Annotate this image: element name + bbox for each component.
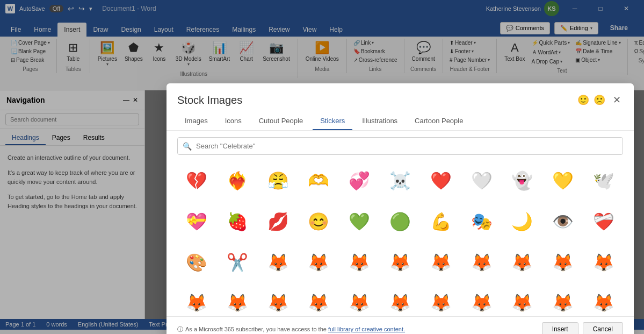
sticker-item[interactable]: 💞 xyxy=(340,161,379,200)
sticker-item[interactable]: 🍓 xyxy=(218,202,257,241)
sticker-item[interactable]: 🦊 xyxy=(422,283,460,316)
info-icon: ⓘ xyxy=(177,325,183,333)
sticker-item[interactable]: 😊 xyxy=(299,202,338,241)
modal-tab-cartoon-people[interactable]: Cartoon People xyxy=(407,112,471,130)
sticker-item[interactable]: ✂️ xyxy=(218,243,257,282)
sticker-item[interactable]: 💝 xyxy=(177,202,216,241)
smile-icon: 🙂 xyxy=(577,94,589,106)
search-icon: 🔍 xyxy=(183,142,192,151)
modal-tabs: Images Icons Cutout People Stickers Illu… xyxy=(167,108,634,131)
sticker-item[interactable]: 🦊 xyxy=(544,283,582,316)
sticker-item[interactable]: ❤️ xyxy=(422,161,460,200)
sticker-item[interactable]: 🎨 xyxy=(177,243,216,282)
sticker-item[interactable]: 🦊 xyxy=(503,283,542,316)
modal-tab-images[interactable]: Images xyxy=(177,112,215,130)
modal-search-wrap: 🔍 xyxy=(177,137,623,155)
sticker-item[interactable]: 🦊 xyxy=(544,243,582,282)
sticker-item[interactable]: 🦊 xyxy=(177,283,216,316)
sticker-item[interactable]: 👻 xyxy=(503,161,542,200)
sticker-item[interactable]: 🦊 xyxy=(462,283,501,316)
modal-footer-info: ⓘ As a Microsoft 365 subscriber, you hav… xyxy=(177,325,405,333)
modal-footer-buttons: Insert Cancel xyxy=(542,322,623,334)
sticker-item[interactable]: 🤍 xyxy=(462,161,501,200)
sticker-item[interactable]: 🕊️ xyxy=(584,161,623,200)
sticker-item[interactable]: 🦊 xyxy=(340,283,379,316)
modal-close-button[interactable]: ✕ xyxy=(611,92,623,108)
stock-images-modal: Stock Images 🙂 🙁 ✕ Images Icons Cutout P… xyxy=(167,83,634,334)
sticker-item[interactable]: 💚 xyxy=(340,202,379,241)
sticker-item[interactable]: 🎭 xyxy=(462,202,501,241)
sticker-item[interactable]: ❤️‍🔥 xyxy=(218,161,257,200)
modal-tab-stickers[interactable]: Stickers xyxy=(313,112,352,130)
sticker-item[interactable]: 👁️ xyxy=(544,202,582,241)
modal-header-right: 🙂 🙁 ✕ xyxy=(577,92,623,108)
sticker-item[interactable]: 🦊 xyxy=(422,243,460,282)
sad-icon: 🙁 xyxy=(594,94,605,106)
sticker-item[interactable]: 🦊 xyxy=(259,283,298,316)
modal-title: Stock Images xyxy=(177,94,242,106)
modal-tab-illustrations[interactable]: Illustrations xyxy=(354,112,405,130)
sticker-item[interactable]: 🦊 xyxy=(584,243,623,282)
modal-tab-cutout-people[interactable]: Cutout People xyxy=(251,112,310,130)
sticker-item[interactable]: 🦊 xyxy=(503,243,542,282)
insert-button[interactable]: Insert xyxy=(542,322,578,334)
sticker-item[interactable]: 🦊 xyxy=(584,283,623,316)
sticker-item[interactable]: 🦊 xyxy=(462,243,501,282)
sticker-item[interactable]: 🌙 xyxy=(503,202,542,241)
sticker-item[interactable]: 💋 xyxy=(259,202,298,241)
cancel-button[interactable]: Cancel xyxy=(583,322,623,334)
modal-footer: ⓘ As a Microsoft 365 subscriber, you hav… xyxy=(167,316,634,334)
sticker-item[interactable]: 💔 xyxy=(177,161,216,200)
sticker-item[interactable]: 🦊 xyxy=(381,243,419,282)
footer-link[interactable]: full library of creative content. xyxy=(328,326,405,332)
modal-header: Stock Images 🙂 🙁 ✕ xyxy=(167,83,634,108)
sticker-item[interactable]: 🦊 xyxy=(299,243,338,282)
sticker-search-input[interactable] xyxy=(177,137,623,155)
footer-info-text: As a Microsoft 365 subscriber, you have … xyxy=(185,326,405,332)
sticker-item[interactable]: 🦊 xyxy=(259,243,298,282)
modal-overlay: Stock Images 🙂 🙁 ✕ Images Icons Cutout P… xyxy=(0,0,644,334)
sticker-item[interactable]: 💛 xyxy=(544,161,582,200)
modal-search-area: 🔍 xyxy=(167,131,634,159)
sticker-item[interactable]: 🫶 xyxy=(299,161,338,200)
sticker-grid: 💔❤️‍🔥😤🫶💞☠️❤️🤍👻💛🕊️💝🍓💋😊💚🟢💪🎭🌙👁️❤️‍🩹🎨✂️🦊🦊🦊🦊🦊… xyxy=(167,159,634,316)
sticker-item[interactable]: 🦊 xyxy=(381,283,419,316)
sticker-item[interactable]: 🟢 xyxy=(381,202,419,241)
modal-tab-icons[interactable]: Icons xyxy=(218,112,249,130)
sticker-item[interactable]: ☠️ xyxy=(381,161,419,200)
modal-emoji-icons: 🙂 🙁 xyxy=(577,94,605,106)
sticker-item[interactable]: 🦊 xyxy=(340,243,379,282)
sticker-item[interactable]: 😤 xyxy=(259,161,298,200)
sticker-item[interactable]: 🦊 xyxy=(299,283,338,316)
sticker-item[interactable]: ❤️‍🩹 xyxy=(584,202,623,241)
sticker-item[interactable]: 💪 xyxy=(422,202,460,241)
sticker-item[interactable]: 🦊 xyxy=(218,283,257,316)
